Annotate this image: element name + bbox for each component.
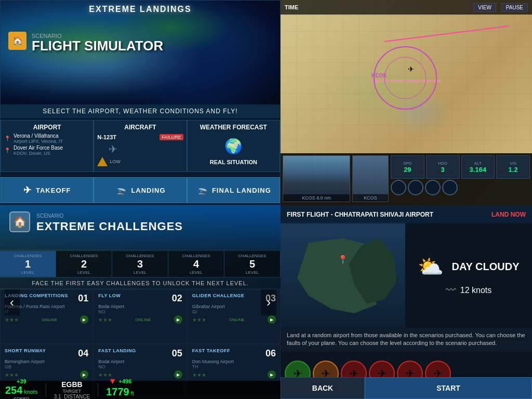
weather-icon-area: ⛅ DAY CLOUDY bbox=[418, 255, 519, 279]
level-4[interactable]: CHALLENGES 4 LEVEL bbox=[168, 251, 224, 277]
challenge-2-country: NO bbox=[98, 309, 182, 314]
airport-item-2[interactable]: 📍 Dover Air Force Base KDOV, Dover, US bbox=[4, 145, 90, 156]
level-1-sub: LEVEL bbox=[21, 270, 34, 275]
hud-separator-1 bbox=[46, 383, 46, 396]
level-2[interactable]: CHALLENGES 2 LEVEL bbox=[56, 251, 112, 277]
challenge-5-name: FAST LANDING bbox=[98, 348, 136, 353]
land-now-button[interactable]: LAND NOW bbox=[491, 211, 526, 218]
challenge-6-play[interactable]: ▶ bbox=[268, 370, 276, 379]
airport-option[interactable]: AIRPORT 📍 Verona / Villafranca Airport L… bbox=[1, 120, 94, 172]
takeoff-button[interactable]: ✈ TAKEOFF bbox=[1, 177, 94, 203]
map-bottom-strip: KCOS 8.0 nm KCOS SPD 29 HDG 3 ALT 3.164 bbox=[281, 153, 532, 205]
hud-separator-2 bbox=[98, 383, 98, 396]
challenges-header: 🏠 SCENARIO EXTREME CHALLENGES bbox=[0, 205, 281, 249]
challenge-2-name: FLY LOW bbox=[98, 293, 121, 298]
level-5-label: CHALLENGES bbox=[238, 254, 267, 258]
map-thumb-2[interactable]: KCOS bbox=[352, 155, 389, 202]
view-button[interactable]: VIEW bbox=[473, 3, 496, 12]
hud-airport: EGBB TARGET 3.1 DISTANCE bbox=[54, 380, 90, 399]
next-button[interactable]: › bbox=[261, 289, 276, 315]
challenge-6-country: TH bbox=[192, 364, 276, 369]
vs-label: V/S bbox=[510, 161, 516, 166]
challenge-1-stars: ★★★ bbox=[5, 317, 19, 323]
challenge-5-play[interactable]: ▶ bbox=[174, 370, 182, 379]
weather-header: WEATHER FORECAST bbox=[191, 124, 276, 131]
challenge-3-footer: ★★★ ONLINE ▶ bbox=[192, 315, 276, 324]
challenge-1-num: 01 bbox=[78, 293, 88, 304]
challenge-3-status: ONLINE bbox=[229, 317, 245, 322]
gauge-circle-3 bbox=[425, 180, 441, 195]
level-1[interactable]: CHALLENGES 1 LEVEL bbox=[0, 251, 56, 277]
challenge-3-play[interactable]: ▶ bbox=[268, 315, 276, 324]
aircraft-option[interactable]: AIRCRAFT N-123T FAILURE ✈ LOW bbox=[94, 120, 187, 172]
level-4-num: 4 bbox=[193, 258, 199, 270]
map-panel: KCOS City of Colorado Springs Municipal … bbox=[281, 0, 532, 205]
ff-pin: 📍 bbox=[338, 255, 348, 264]
pause-button[interactable]: PAUSE bbox=[501, 3, 528, 12]
challenge-1-play[interactable]: ▶ bbox=[80, 315, 88, 324]
prev-button[interactable]: ‹ bbox=[4, 289, 20, 315]
thumb-label-1: KCOS 8.0 nm bbox=[283, 194, 350, 202]
ff-header: FIRST FLIGHT - Chhatrapati Shivaji Airpo… bbox=[281, 205, 532, 223]
airport-code-map: KCOS bbox=[371, 73, 441, 78]
flight-sim-panel: EXTREME LANDINGS 🏠 SCENARIO FLIGHT SIMUL… bbox=[0, 0, 281, 205]
challenge-2-airport: Bodø Airport bbox=[98, 304, 182, 309]
aircraft-header: AIRCRAFT bbox=[97, 124, 183, 131]
weather-option[interactable]: WEATHER FORECAST 🌍 REAL SITUATION bbox=[187, 120, 280, 172]
location-icon-2: 📍 bbox=[4, 148, 11, 153]
options-row: AIRPORT 📍 Verona / Villafranca Airport L… bbox=[1, 120, 280, 172]
altitude-arrow-icon: ▼ bbox=[109, 377, 117, 386]
challenges-icon: 🏠 bbox=[9, 211, 30, 232]
aircraft-image: ✈ bbox=[97, 141, 128, 157]
level-1-label: CHALLENGES bbox=[14, 254, 42, 258]
level-2-label: CHALLENGES bbox=[70, 254, 98, 258]
challenge-6-footer: ★★★ ▶ bbox=[192, 370, 276, 379]
final-landing-button[interactable]: 🛬 FINAL LANDING bbox=[187, 177, 280, 203]
landing-button[interactable]: 🛬 LANDING bbox=[94, 177, 187, 203]
gauge-row: SPD 29 HDG 3 ALT 3.164 V/S 1.2 bbox=[391, 155, 530, 203]
challenges-panel: 🏠 SCENARIO EXTREME CHALLENGES ‹ › CHALLE… bbox=[0, 205, 281, 399]
challenge-6-airport: Don Mueang Airport bbox=[192, 359, 276, 364]
challenge-4-footer: ★★★ ▶ bbox=[5, 370, 88, 379]
challenge-3-name: GLIDER CHALLENGE bbox=[192, 293, 245, 298]
map-thumb-1[interactable]: KCOS 8.0 nm bbox=[283, 155, 350, 202]
challenge-4-num: 04 bbox=[78, 348, 88, 359]
home-icon[interactable]: 🏠 bbox=[8, 32, 26, 50]
start-button[interactable]: START bbox=[365, 377, 532, 399]
gauge-circle-2 bbox=[408, 180, 423, 195]
speed-value: 254 bbox=[5, 384, 22, 396]
hdg-value: 3 bbox=[441, 166, 445, 174]
back-button[interactable]: BACK bbox=[281, 377, 365, 399]
ff-footer: BACK START bbox=[281, 377, 532, 399]
challenge-2-status: ONLINE bbox=[136, 317, 151, 322]
speed-delta: +39 bbox=[17, 378, 26, 384]
challenge-2[interactable]: FLY LOW 02 Bodø Airport NO ★★★ ONLINE ▶ bbox=[94, 289, 187, 344]
hud-distance: 3.1 DISTANCE bbox=[54, 394, 90, 399]
aircraft-level: LOW bbox=[110, 159, 121, 164]
gauge-circle-4 bbox=[442, 180, 458, 195]
level-3[interactable]: CHALLENGES 3 LEVEL bbox=[112, 251, 168, 277]
game-title: EXTREME LANDINGS bbox=[89, 5, 191, 14]
final-landing-icon: 🛬 bbox=[196, 184, 208, 196]
hdg-label: HDG bbox=[438, 161, 447, 166]
hud-airport-label: TARGET bbox=[63, 389, 82, 394]
level-3-label: CHALLENGES bbox=[126, 254, 154, 258]
airport-name-map: City of Colorado Springs Municipal bbox=[371, 78, 441, 83]
airport-label-map: KCOS City of Colorado Springs Municipal bbox=[371, 73, 441, 83]
altitude-value: 1779 bbox=[106, 386, 129, 398]
gauge-circles bbox=[391, 180, 530, 203]
airport2-name: Dover Air Force Base bbox=[14, 145, 63, 151]
challenge-2-play[interactable]: ▶ bbox=[174, 315, 182, 324]
ff-map-area: 📍 bbox=[281, 223, 405, 327]
failure-badge: FAILURE bbox=[159, 134, 183, 140]
airport-item-1[interactable]: 📍 Verona / Villafranca Airport LIPX, Ver… bbox=[4, 133, 90, 144]
aircraft-code: N-123T bbox=[97, 134, 116, 140]
level-5[interactable]: CHALLENGES 5 LEVEL bbox=[224, 251, 281, 277]
challenge-5-country: NO bbox=[98, 364, 182, 369]
ff-map-bg: 📍 bbox=[281, 223, 405, 327]
challenge-4-play[interactable]: ▶ bbox=[80, 370, 88, 379]
map-header: TIME VIEW PAUSE bbox=[281, 0, 532, 15]
level-4-sub: LEVEL bbox=[190, 270, 203, 275]
day-cloudy-icon: ⛅ bbox=[418, 255, 444, 279]
vs-value: 1.2 bbox=[509, 166, 518, 174]
